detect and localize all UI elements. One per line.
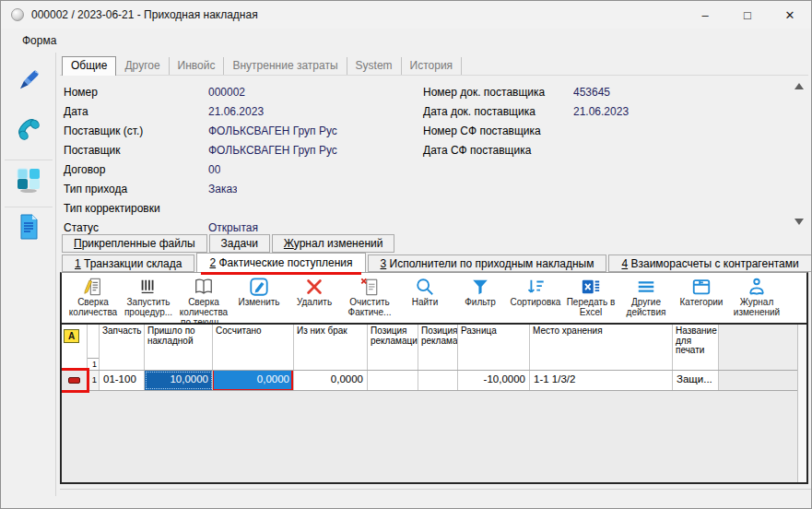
toolbar-izmenit[interactable]: Изменить [231, 276, 287, 307]
col-raznitsa[interactable]: Разница [458, 325, 530, 370]
grid-cell-nazvanie[interactable]: Защи... [673, 371, 719, 390]
maximize-button[interactable]: □ [726, 1, 769, 29]
tab-zhurnal-izmeneniy-mid[interactable]: Журнал изменений [272, 234, 395, 253]
toolbar-button-label: Сортировка [511, 297, 561, 307]
field-label: Номер СФ поставщика [423, 124, 573, 137]
field-value[interactable]: Заказ [208, 183, 237, 195]
toolbar-sverka-kolichestva[interactable]: Сверка количества [65, 276, 121, 317]
field-value[interactable]: 000002 [208, 86, 245, 99]
scroll-down-arrow-icon[interactable] [794, 219, 804, 225]
toolbar-ochistit-fakticheskie[interactable]: Очистить Фактиче... [342, 276, 397, 317]
minimize-button[interactable]: – [684, 1, 726, 29]
grid-vertical-scrollbar[interactable] [797, 325, 806, 482]
field-nomer-sf-postavshchika: Номер СФ поставщика [423, 121, 789, 140]
toolbar-button-label: Удалить [297, 297, 332, 307]
tab-invoys[interactable]: Инвойс [170, 57, 225, 75]
field-value[interactable]: 21.06.2023 [573, 105, 629, 118]
field-value[interactable]: 21.06.2023 [208, 105, 264, 118]
col-pozitsiya-reklamatsii-1[interactable]: Позиция рекламации... [368, 325, 418, 370]
tab-obshchie[interactable]: Общие [62, 56, 116, 76]
grid-cell-prishlo[interactable]: 10,0000 [145, 371, 213, 390]
tab-system[interactable]: System [347, 57, 402, 75]
toolbar-udalit[interactable]: Удалить [287, 276, 342, 307]
sidebar [1, 53, 56, 496]
statusbar [60, 489, 811, 496]
grid-cell-pozitsiya-1[interactable] [368, 371, 418, 390]
attachment-tab-strip: Прикрепленные файлы Задачи Журнал измене… [60, 234, 811, 253]
toolbar-sortirovka[interactable]: Сортировка [508, 276, 563, 307]
grid-toolbar: Сверка количества Запустить процедур... … [62, 273, 806, 325]
close-button[interactable]: ✕ [769, 1, 811, 29]
scroll-up-arrow-icon[interactable] [794, 83, 804, 89]
field-label: Тип прихода [64, 183, 208, 195]
toolbar-nayti[interactable]: Найти [397, 276, 453, 307]
field-dogovor: Договор 00 [64, 160, 423, 179]
toolbar-button-label: Фильтр [465, 297, 496, 307]
sort-corner-icon: A [64, 329, 79, 343]
tab-istoriya[interactable]: История [402, 57, 463, 75]
sub-tab-tranzaktsii-sklada[interactable]: 1 Транзакции склада [62, 254, 194, 272]
menubar: Форма [1, 29, 811, 53]
window-title: 000002 / 2023-06-21 - Приходная накладна… [31, 8, 684, 21]
sub-tab-fakticheskie-postupleniya[interactable]: 2 Фактические поступления [196, 253, 365, 272]
field-value[interactable]: ФОЛЬКСВАГЕН Груп Рус [208, 124, 337, 137]
edit-icon [249, 277, 269, 297]
general-form-panel: Номер 000002 Дата 21.06.2023 Поставщик (… [60, 76, 811, 232]
search-icon [415, 277, 435, 297]
menu-forma[interactable]: Форма [18, 32, 60, 49]
field-value[interactable]: 453645 [573, 86, 610, 99]
book-icon [194, 277, 214, 297]
col-zapchast[interactable]: Запчасть [100, 325, 145, 370]
detail-tab-strip: 1 Транзакции склада 2 Фактические поступ… [60, 253, 808, 272]
sort-icon [525, 277, 546, 297]
col-nazvanie-dlya-pechati[interactable]: Название для печати [673, 325, 719, 370]
app-window: 000002 / 2023-06-21 - Приходная накладна… [0, 0, 812, 509]
grid-cell-soschitano[interactable]: 0,0000 [213, 371, 294, 390]
clear-doc-icon [359, 277, 380, 297]
grid-corner-cell[interactable]: A [62, 325, 88, 370]
toolbar-filtr[interactable]: Фильтр [453, 276, 508, 307]
toolbar-kategorii[interactable]: Категории [674, 276, 729, 307]
grid-row-marker-cell[interactable] [62, 371, 88, 390]
grid-cell-iz-nikh-brak[interactable]: 0,0000 [294, 371, 368, 390]
col-mesto-khraneniya[interactable]: Место хранения [530, 325, 673, 370]
phone-icon[interactable] [13, 113, 44, 145]
col-soschitano[interactable]: Сосчитано [213, 325, 294, 370]
sidebar-divider [5, 160, 53, 160]
tab-vnutrennie-zatraty[interactable]: Внутренние затраты [224, 57, 347, 75]
field-tip-prikhoda: Тип прихода Заказ [64, 179, 423, 198]
col-pozitsiya-reklamatsii-2[interactable]: Позиция рекламации... [418, 325, 458, 370]
field-label: Статус [64, 221, 208, 234]
col-prishlo-po-nakladnoy[interactable]: Пришло по накладной [145, 325, 213, 370]
sub-tab-vzaimoraschety[interactable]: 4 Взаиморасчеты с контрагентами [608, 254, 811, 272]
toolbar-button-label: Другие действия [619, 297, 673, 317]
toolbar-sverka-po-tekushch[interactable]: Сверка количества по текущ... [176, 276, 231, 327]
sub-tab-ispolniteli[interactable]: 3 Исполнители по приходным накладным [368, 254, 607, 272]
field-value[interactable]: Открытая [208, 221, 258, 234]
tab-drugoe[interactable]: Другое [116, 57, 169, 75]
grid-cell-raznitsa[interactable]: -10,0000 [458, 371, 530, 390]
grid-cell-pozitsiya-2[interactable] [418, 371, 458, 390]
field-value[interactable]: ФОЛЬКСВАГЕН Груп Рус [208, 144, 337, 157]
toolbar-button-label: Сверка количества [66, 297, 120, 317]
toolbar-peredat-v-excel[interactable]: Передать в Excel [563, 276, 618, 317]
field-nomer-dok-postavshchika: Номер док. поставщика 453645 [423, 82, 789, 101]
toolbar-button-label: Очистить Фактиче... [343, 297, 396, 317]
field-label: Тип корректировки [64, 202, 208, 215]
delete-icon [304, 277, 324, 297]
blocks-icon[interactable] [13, 164, 44, 195]
more-actions-icon [636, 277, 656, 297]
tab-prikreplennye-fayly[interactable]: Прикрепленные файлы [62, 234, 207, 253]
grid-cell-zapchast[interactable]: 01-100 [100, 371, 145, 390]
toolbar-zapustit-protseduru[interactable]: Запустить процедур... [121, 276, 176, 317]
field-tip-korrektirovki: Тип корректировки [64, 198, 423, 218]
document-icon[interactable] [13, 211, 44, 243]
field-value[interactable]: 00 [208, 163, 220, 176]
col-iz-nikh-brak[interactable]: Из них брак [294, 325, 368, 370]
toolbar-drugie-deystviya[interactable]: Другие действия [618, 276, 674, 317]
toolbar-zhurnal-izmeneniy[interactable]: Журнал изменений [729, 276, 784, 317]
pen-icon[interactable] [13, 65, 44, 97]
tab-zadachi[interactable]: Задачи [209, 234, 270, 253]
grid-cell-mesto-khraneniya[interactable]: 1-1 1/3/2 [530, 371, 673, 390]
field-postavshchik: Поставщик ФОЛЬКСВАГЕН Груп Рус [64, 140, 423, 160]
